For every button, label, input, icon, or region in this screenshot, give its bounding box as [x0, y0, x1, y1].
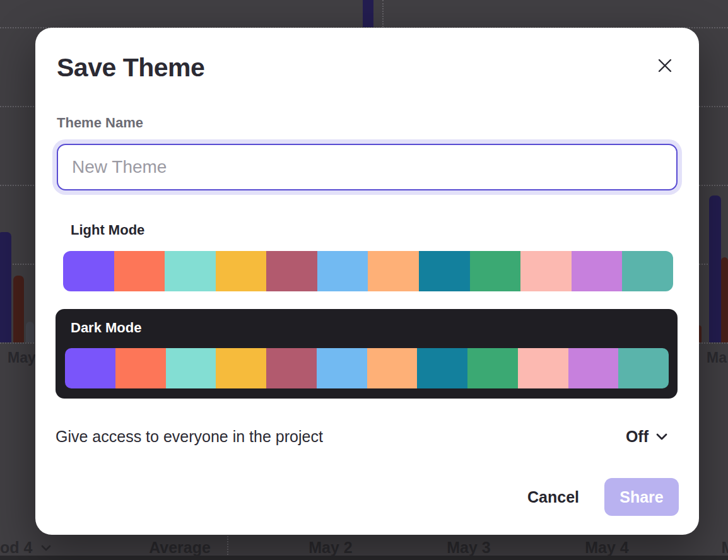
bottom-column-header: M	[722, 539, 728, 557]
dialog-title: Save Theme	[57, 53, 204, 83]
palette-swatch-1	[114, 251, 165, 291]
bottom-column-header: May 4	[585, 539, 628, 557]
palette-swatch-8	[470, 251, 521, 291]
share-button[interactable]: Share	[604, 478, 679, 516]
chart-bar	[13, 276, 24, 342]
light-mode-palette	[63, 251, 673, 291]
chart-bar	[709, 195, 721, 342]
access-label: Give access to everyone in the project	[56, 428, 323, 446]
period-selector-label: od 4	[0, 539, 32, 557]
access-row: Give access to everyone in the project O…	[56, 428, 667, 446]
palette-swatch-4	[266, 251, 317, 291]
dark-mode-card: Dark Mode	[56, 309, 678, 399]
palette-swatch-0	[63, 251, 114, 291]
palette-swatch-6	[368, 251, 419, 291]
bottom-column-header: May 2	[308, 539, 352, 557]
x-axis-label-right: Ma	[707, 349, 727, 366]
chevron-down-icon	[41, 545, 51, 551]
theme-name-input[interactable]	[57, 144, 678, 190]
palette-swatch-8	[467, 348, 518, 388]
chart-bar	[26, 322, 34, 342]
cancel-button[interactable]: Cancel	[527, 488, 579, 506]
dark-mode-label: Dark Mode	[71, 320, 141, 336]
bottom-column-header: Average	[149, 539, 211, 557]
save-theme-dialog: Save Theme Theme Name Light Mode Dark Mo…	[35, 28, 699, 535]
palette-swatch-9	[518, 348, 568, 388]
palette-swatch-10	[568, 348, 619, 388]
chart-bar	[721, 257, 728, 342]
palette-swatch-11	[622, 251, 673, 291]
access-dropdown[interactable]: Off	[626, 428, 667, 446]
close-icon	[657, 57, 673, 74]
chevron-down-icon	[656, 433, 667, 440]
access-value: Off	[626, 428, 649, 446]
x-axis-label-left: May	[8, 349, 36, 366]
palette-swatch-4	[266, 348, 317, 388]
chart-bar	[363, 0, 373, 27]
chart-bar	[0, 232, 11, 342]
palette-swatch-1	[115, 348, 166, 388]
palette-swatch-11	[618, 348, 669, 388]
palette-swatch-5	[317, 348, 367, 388]
palette-swatch-7	[419, 251, 470, 291]
palette-swatch-2	[165, 251, 216, 291]
bottom-column-header: May 3	[447, 539, 490, 557]
palette-swatch-3	[216, 251, 267, 291]
gridline	[382, 0, 384, 27]
period-selector-dropdown[interactable]: od 4	[0, 539, 51, 557]
palette-swatch-7	[417, 348, 467, 388]
screen: May Ma od 4 AverageMay 2May 3May 4M Save…	[0, 0, 728, 560]
palette-swatch-2	[166, 348, 216, 388]
palette-swatch-0	[65, 348, 115, 388]
theme-name-label: Theme Name	[57, 115, 143, 131]
palette-swatch-9	[520, 251, 572, 291]
light-mode-label: Light Mode	[71, 222, 144, 238]
palette-swatch-6	[367, 348, 418, 388]
palette-swatch-3	[216, 348, 266, 388]
dialog-footer: Cancel Share	[527, 478, 679, 516]
close-button[interactable]	[654, 54, 676, 77]
palette-swatch-10	[572, 251, 623, 291]
dark-mode-palette	[65, 348, 669, 388]
palette-swatch-5	[317, 251, 368, 291]
